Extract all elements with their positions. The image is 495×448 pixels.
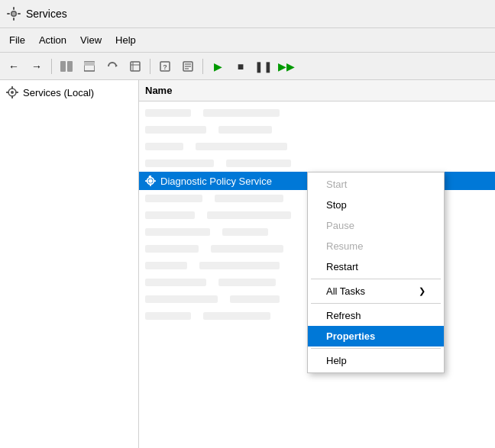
context-menu: Start Stop Pause Resume Restart All Task… <box>307 172 445 373</box>
svg-rect-5 <box>18 13 21 15</box>
blurred-text <box>145 160 214 167</box>
table-row[interactable] <box>139 105 495 121</box>
table-row[interactable] <box>139 138 495 155</box>
svg-rect-23 <box>11 86 13 89</box>
blurred-text <box>145 195 202 202</box>
ctx-stop[interactable]: Stop <box>308 195 444 215</box>
blurred-text <box>203 312 270 320</box>
show-hide-tree[interactable] <box>56 56 77 76</box>
ctx-restart[interactable]: Restart <box>308 256 444 277</box>
ctx-separator-3 <box>311 348 441 349</box>
svg-rect-10 <box>84 62 95 66</box>
ctx-separator-2 <box>311 303 441 304</box>
export-list[interactable] <box>125 56 146 76</box>
svg-rect-32 <box>154 180 157 182</box>
toolbar-separator-3 <box>202 59 203 74</box>
svg-rect-4 <box>7 13 10 15</box>
refresh-button[interactable] <box>102 56 123 76</box>
blurred-text <box>145 143 183 150</box>
menu-view[interactable]: View <box>74 31 108 49</box>
ctx-start[interactable]: Start <box>308 174 444 195</box>
toolbar: ← → ? <box>0 53 495 80</box>
services-local-label: Services (Local) <box>23 87 94 98</box>
blurred-text <box>215 195 283 202</box>
ctx-pause[interactable]: Pause <box>308 215 444 236</box>
menu-help[interactable]: Help <box>109 31 142 49</box>
menu-file[interactable]: File <box>3 31 31 49</box>
selected-service-name: Diagnostic Policy Service <box>160 176 272 187</box>
ctx-properties[interactable]: Properties <box>308 326 444 346</box>
blurred-text <box>145 262 187 269</box>
svg-rect-3 <box>13 18 15 21</box>
blurred-text <box>199 262 280 269</box>
blurred-text <box>218 126 272 134</box>
svg-rect-24 <box>11 95 13 98</box>
ctx-help[interactable]: Help <box>308 350 444 371</box>
left-panel: Services (Local) <box>0 80 139 448</box>
blurred-text <box>222 228 268 236</box>
toolbar-separator-2 <box>150 59 150 74</box>
blurred-text <box>145 312 191 320</box>
menu-action[interactable]: Action <box>33 31 73 49</box>
properties-button[interactable] <box>177 56 199 76</box>
name-column-header: Name <box>145 85 172 96</box>
help-button[interactable]: ? <box>154 56 176 76</box>
title-bar: Services <box>0 0 495 28</box>
pause-service[interactable]: ❚❚ <box>253 56 274 76</box>
blurred-text <box>145 126 206 134</box>
right-panel: Name <box>139 80 495 448</box>
ctx-all-tasks[interactable]: All Tasks ❯ <box>308 281 444 301</box>
table-row[interactable] <box>139 121 495 138</box>
blurred-text <box>226 160 291 167</box>
blurred-text <box>145 245 199 253</box>
blurred-text <box>145 228 210 236</box>
blurred-text <box>218 279 276 286</box>
submenu-arrow-icon: ❯ <box>419 286 425 296</box>
blurred-text <box>145 279 206 286</box>
ctx-resume[interactable]: Resume <box>308 236 444 256</box>
back-button[interactable]: ← <box>3 56 24 76</box>
app-icon <box>6 6 21 21</box>
svg-text:?: ? <box>163 63 167 71</box>
svg-rect-31 <box>145 180 148 182</box>
blurred-text <box>203 109 280 117</box>
svg-rect-7 <box>60 61 66 72</box>
svg-point-22 <box>11 91 14 94</box>
start-service[interactable]: ▶ <box>207 56 228 76</box>
blurred-text <box>145 295 218 303</box>
forward-button[interactable]: → <box>26 56 47 76</box>
window-title: Services <box>26 8 67 20</box>
blurred-text <box>207 211 291 219</box>
resume-service[interactable]: ▶▶ <box>276 56 297 76</box>
svg-rect-8 <box>67 61 73 72</box>
table-row[interactable] <box>139 155 495 172</box>
menu-bar: File Action View Help <box>0 28 495 53</box>
svg-rect-12 <box>131 62 140 71</box>
services-local-item[interactable]: Services (Local) <box>0 83 138 102</box>
svg-point-27 <box>148 179 152 182</box>
blurred-text <box>145 211 195 219</box>
blurred-text <box>230 295 280 303</box>
blurred-text <box>211 245 283 253</box>
svg-point-1 <box>12 12 16 16</box>
svg-rect-25 <box>6 92 9 93</box>
list-header: Name <box>139 80 495 102</box>
toolbar-separator-1 <box>51 59 52 74</box>
up-button[interactable] <box>79 56 100 76</box>
service-gear-icon <box>145 176 156 186</box>
main-content: Services (Local) Name <box>0 80 495 448</box>
blurred-text <box>145 109 191 117</box>
svg-rect-2 <box>13 7 15 10</box>
svg-rect-26 <box>15 92 18 93</box>
svg-rect-30 <box>150 184 151 187</box>
services-local-icon <box>6 86 18 98</box>
blurred-text <box>196 143 287 150</box>
ctx-separator-1 <box>311 279 441 279</box>
ctx-refresh[interactable]: Refresh <box>308 305 444 326</box>
stop-service[interactable]: ■ <box>230 56 251 76</box>
